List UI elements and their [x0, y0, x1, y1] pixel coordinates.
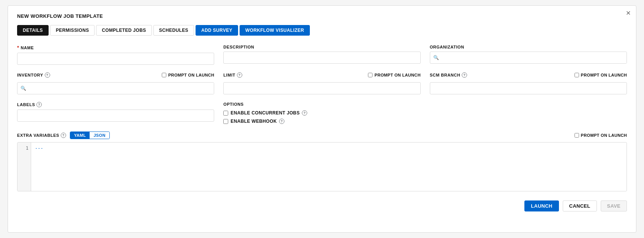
scm-branch-field-group: SCM BRANCH ? PROMPT ON LAUNCH: [430, 72, 627, 94]
name-label-text: NAME: [21, 45, 34, 50]
limit-prompt-label: PROMPT ON LAUNCH: [368, 73, 420, 77]
tab-add-survey[interactable]: ADD SURVEY: [196, 25, 238, 36]
enable-webhook-label: ENABLE WEBHOOK ?: [223, 119, 420, 124]
cancel-button[interactable]: CANCEL: [563, 200, 597, 211]
scm-branch-prompt-label: PROMPT ON LAUNCH: [575, 73, 627, 77]
inventory-search-wrapper: 🔍: [17, 82, 214, 94]
description-label: DESCRIPTION: [223, 45, 420, 49]
line-numbers: 1: [17, 142, 31, 191]
inventory-field-group: INVENTORY ? PROMPT ON LAUNCH 🔍: [17, 72, 214, 94]
description-field-group: DESCRIPTION: [223, 45, 420, 65]
organization-field-group: ORGANIZATION 🔍: [430, 45, 627, 65]
enable-concurrent-jobs-text: ENABLE CONCURRENT JOBS: [230, 110, 300, 116]
labels-input[interactable]: [17, 110, 214, 122]
limit-field-group: LIMIT ? PROMPT ON LAUNCH: [223, 72, 420, 94]
limit-input[interactable]: [223, 82, 420, 94]
enable-concurrent-jobs-label: ENABLE CONCURRENT JOBS ?: [223, 110, 420, 116]
close-icon: ✕: [626, 10, 631, 16]
code-editor[interactable]: 1 ---: [17, 142, 627, 191]
options-group: OPTIONS ENABLE CONCURRENT JOBS ? ENABLE …: [223, 102, 420, 124]
inventory-help-icon[interactable]: ?: [45, 72, 50, 78]
extra-variables-help-icon[interactable]: ?: [61, 133, 66, 138]
limit-field-header: LIMIT ? PROMPT ON LAUNCH: [223, 72, 420, 78]
options-empty-col: [430, 102, 627, 124]
json-toggle-button[interactable]: JSON: [90, 132, 109, 139]
tab-workflow-visualizer[interactable]: WORKFLOW VISUALIZER: [240, 25, 310, 36]
launch-button[interactable]: LAUNCH: [524, 200, 559, 211]
extra-variables-section: EXTRA VARIABLES ? YAML JSON PROMPT ON LA…: [17, 132, 627, 191]
enable-concurrent-jobs-checkbox[interactable]: [223, 111, 228, 116]
scm-branch-label: SCM BRANCH ?: [430, 72, 467, 78]
limit-label: LIMIT ?: [223, 72, 242, 78]
scm-branch-input[interactable]: [430, 82, 627, 94]
inventory-label: INVENTORY ?: [17, 72, 50, 78]
extra-variables-header: EXTRA VARIABLES ? YAML JSON PROMPT ON LA…: [17, 132, 627, 139]
yaml-json-toggle: YAML JSON: [70, 132, 110, 139]
tab-completed-jobs[interactable]: COMPLETED JOBS: [96, 25, 152, 36]
description-input[interactable]: [223, 52, 420, 64]
enable-webhook-checkbox[interactable]: [223, 119, 228, 124]
concurrent-jobs-help-icon[interactable]: ?: [302, 110, 307, 116]
organization-label: ORGANIZATION: [430, 45, 627, 49]
modal-title: NEW WORKFLOW JOB TEMPLATE: [17, 13, 627, 19]
limit-prompt-checkbox[interactable]: [368, 73, 373, 77]
extra-vars-prompt-checkbox[interactable]: [575, 133, 579, 138]
save-button[interactable]: SAVE: [601, 200, 627, 211]
extra-vars-prompt-label: PROMPT ON LAUNCH: [575, 133, 627, 138]
options-title: OPTIONS: [223, 102, 420, 106]
scm-branch-prompt-checkbox[interactable]: [575, 73, 579, 77]
footer-actions: LAUNCH CANCEL SAVE: [17, 200, 627, 211]
inventory-input[interactable]: [29, 83, 214, 94]
tab-schedules[interactable]: SCHEDULES: [153, 25, 194, 36]
inventory-prompt-label: PROMPT ON LAUNCH: [162, 73, 214, 77]
row-labels-options: LABELS ? OPTIONS ENABLE CONCURRENT JOBS …: [17, 102, 627, 124]
labels-help-icon[interactable]: ?: [36, 102, 42, 107]
organization-input[interactable]: [442, 52, 627, 63]
webhook-help-icon[interactable]: ?: [279, 119, 284, 124]
name-field-group: * NAME: [17, 45, 214, 65]
name-label: * NAME: [17, 45, 214, 50]
yaml-toggle-button[interactable]: YAML: [70, 132, 90, 139]
extra-variables-label: EXTRA VARIABLES ?: [17, 133, 66, 138]
scm-branch-help-icon[interactable]: ?: [462, 72, 467, 78]
extra-variables-left: EXTRA VARIABLES ? YAML JSON: [17, 132, 110, 139]
limit-help-icon[interactable]: ?: [237, 72, 242, 78]
close-button[interactable]: ✕: [626, 10, 631, 16]
inventory-field-header: INVENTORY ? PROMPT ON LAUNCH: [17, 72, 214, 78]
organization-search-wrapper: 🔍: [430, 52, 627, 64]
line-number-1: 1: [20, 146, 28, 151]
org-search-icon: 🔍: [430, 55, 442, 60]
scm-branch-field-header: SCM BRANCH ? PROMPT ON LAUNCH: [430, 72, 627, 78]
enable-webhook-text: ENABLE WEBHOOK: [230, 119, 277, 124]
modal-container: ✕ NEW WORKFLOW JOB TEMPLATE DETAILS PERM…: [8, 5, 636, 233]
required-indicator: *: [17, 45, 19, 50]
labels-label: LABELS ?: [17, 102, 214, 107]
code-content[interactable]: ---: [31, 142, 627, 191]
inventory-prompt-checkbox[interactable]: [162, 73, 166, 77]
row-inventory-limit-scm: INVENTORY ? PROMPT ON LAUNCH 🔍 LIMIT ?: [17, 72, 627, 94]
tab-permissions[interactable]: PERMISSIONS: [50, 25, 95, 36]
labels-field-group: LABELS ?: [17, 102, 214, 124]
tab-bar: DETAILS PERMISSIONS COMPLETED JOBS SCHED…: [17, 25, 627, 36]
inventory-search-icon: 🔍: [17, 86, 29, 91]
row-name-desc-org: * NAME DESCRIPTION ORGANIZATION 🔍: [17, 45, 627, 65]
options-checkboxes: ENABLE CONCURRENT JOBS ? ENABLE WEBHOOK …: [223, 110, 420, 124]
tab-details[interactable]: DETAILS: [17, 25, 49, 36]
name-input[interactable]: [17, 53, 214, 65]
